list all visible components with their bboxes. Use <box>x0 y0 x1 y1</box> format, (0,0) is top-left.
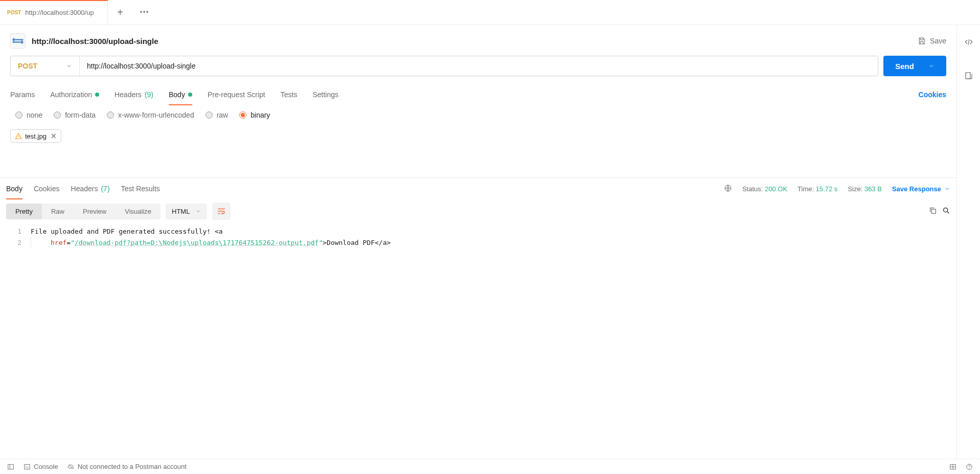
save-label: Save <box>930 37 946 45</box>
radio-icon <box>239 111 246 119</box>
layout-icon <box>949 463 956 470</box>
globe-icon[interactable] <box>724 184 732 194</box>
format-select[interactable]: HTML <box>166 204 207 219</box>
send-button[interactable]: Send <box>883 56 946 76</box>
time-meta: Time: 15.72 s <box>797 185 837 193</box>
svg-rect-3 <box>966 73 970 79</box>
radio-binary[interactable]: binary <box>239 111 270 119</box>
file-chip-row: test.jpg ✕ <box>0 125 956 149</box>
http-badge-icon <box>10 33 26 49</box>
resp-tab-headers[interactable]: Headers(7) <box>71 178 110 199</box>
radio-none[interactable]: none <box>15 111 42 119</box>
url-row: POST Send <box>0 56 956 84</box>
request-header: http://localhost:3000/upload-single Save <box>0 25 956 56</box>
tab-title: http://localhost:3000/up <box>25 9 100 16</box>
tab-method-badge: POST <box>7 10 21 15</box>
tab-overflow-button[interactable]: ••• <box>132 9 157 16</box>
response-tabs: Body Cookies Headers(7) Test Results Sta… <box>0 178 956 199</box>
view-toggle: Pretty Raw Preview Visualize <box>6 204 161 219</box>
view-raw[interactable]: Raw <box>42 204 74 219</box>
layout-button[interactable] <box>949 463 956 470</box>
view-visualize[interactable]: Visualize <box>116 204 161 219</box>
body-type-row: none form-data x-www-form-urlencoded raw… <box>0 105 956 125</box>
content: http://localhost:3000/upload-single Save… <box>0 25 956 459</box>
svg-point-2 <box>944 208 948 212</box>
chevron-down-icon <box>66 63 72 69</box>
radio-icon <box>107 111 114 119</box>
save-response-button[interactable]: Save Response <box>892 185 950 193</box>
wrap-icon <box>217 207 226 216</box>
method-select[interactable]: POST <box>11 56 80 76</box>
size-meta: Size: 363 B <box>848 185 882 193</box>
file-name: test.jpg <box>25 132 47 140</box>
svg-rect-1 <box>931 209 936 213</box>
collection-icon[interactable] <box>964 71 973 80</box>
radio-xwww[interactable]: x-www-form-urlencoded <box>107 111 194 119</box>
status-meta: Status: 200 OK <box>742 185 787 193</box>
warning-icon <box>15 132 22 140</box>
radio-icon <box>54 111 61 119</box>
cloud-off-icon <box>67 463 75 470</box>
tab-body[interactable]: Body <box>169 84 192 105</box>
svg-rect-5 <box>25 464 30 469</box>
remove-file-button[interactable]: ✕ <box>51 132 57 140</box>
radio-raw[interactable]: raw <box>206 111 229 119</box>
status-bar: Console Not connected to a Postman accou… <box>0 459 980 474</box>
console-button[interactable]: Console <box>24 463 58 470</box>
search-icon <box>942 207 950 215</box>
code-icon[interactable] <box>964 37 973 47</box>
line-number: 1 <box>0 226 31 237</box>
tab-authorization[interactable]: Authorization <box>50 84 99 105</box>
radio-formdata[interactable]: form-data <box>54 111 96 119</box>
help-button[interactable] <box>966 463 973 470</box>
file-chip[interactable]: test.jpg ✕ <box>10 129 61 143</box>
tab-tests[interactable]: Tests <box>281 84 298 105</box>
save-button[interactable]: Save <box>918 37 946 45</box>
url-input[interactable] <box>80 56 878 76</box>
request-title: http://localhost:3000/upload-single <box>32 37 158 46</box>
chevron-down-icon <box>944 186 950 192</box>
dot-indicator-icon <box>188 93 192 97</box>
resp-tab-testresults[interactable]: Test Results <box>121 178 160 199</box>
chevron-down-icon <box>196 209 201 214</box>
sidebar-toggle[interactable] <box>7 463 14 470</box>
tab-prerequest[interactable]: Pre-request Script <box>208 84 265 105</box>
search-button[interactable] <box>942 207 950 216</box>
account-status[interactable]: Not connected to a Postman account <box>67 463 187 470</box>
response-meta: Status: 200 OK Time: 15.72 s Size: 363 B… <box>724 184 950 194</box>
console-icon <box>24 463 31 470</box>
new-tab-button[interactable]: + <box>108 7 132 18</box>
view-pretty[interactable]: Pretty <box>6 204 42 219</box>
radio-icon <box>206 111 213 119</box>
code-line: 1 File uploaded and PDF generated succes… <box>0 226 956 237</box>
panel-icon <box>7 463 14 470</box>
view-preview[interactable]: Preview <box>74 204 116 219</box>
resp-tab-cookies[interactable]: Cookies <box>34 178 60 199</box>
dot-indicator-icon <box>95 93 99 97</box>
tab-settings[interactable]: Settings <box>312 84 338 105</box>
chevron-down-icon <box>928 63 935 69</box>
code-line: 2 href="/download-pdf?path=D:\Nodejs\upl… <box>0 237 956 249</box>
method-label: POST <box>18 62 37 70</box>
cookies-link[interactable]: Cookies <box>919 91 946 99</box>
copy-icon <box>929 207 937 215</box>
radio-icon <box>15 111 22 119</box>
tab-headers[interactable]: Headers(9) <box>115 84 153 105</box>
tabs-bar: POST http://localhost:3000/up + ••• <box>0 0 980 25</box>
side-rail <box>956 25 980 459</box>
response-body[interactable]: 1 File uploaded and PDF generated succes… <box>0 225 956 459</box>
resp-tab-body[interactable]: Body <box>6 178 22 199</box>
response-toolbar: Pretty Raw Preview Visualize HTML <box>0 199 956 225</box>
help-icon <box>966 463 973 470</box>
main-area: http://localhost:3000/upload-single Save… <box>0 25 980 459</box>
copy-button[interactable] <box>929 207 937 216</box>
url-group: POST <box>10 56 878 76</box>
tab-params[interactable]: Params <box>10 84 35 105</box>
svg-rect-4 <box>8 464 14 469</box>
request-tabs: Params Authorization Headers(9) Body Pre… <box>0 84 956 105</box>
send-label: Send <box>895 62 914 71</box>
wrap-lines-button[interactable] <box>212 202 231 220</box>
tab-request[interactable]: POST http://localhost:3000/up <box>0 0 108 25</box>
line-number: 2 <box>0 237 31 249</box>
